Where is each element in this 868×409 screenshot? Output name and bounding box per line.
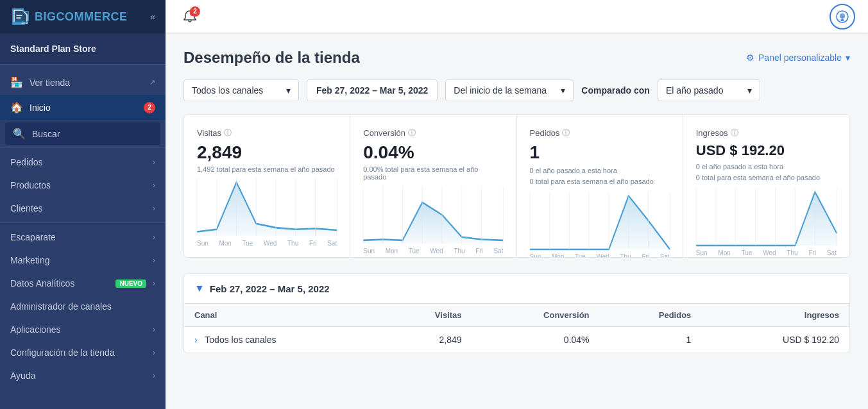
- logo: BIGCOMMERCE: [10, 6, 128, 27]
- col-header-conversion: Conversión: [472, 304, 600, 327]
- chevron-right-icon: ›: [153, 158, 155, 167]
- table-period-label: Feb 27, 2022 – Mar 5, 2022: [210, 283, 330, 294]
- sidebar-item-configuracion[interactable]: Configuración de la tienda ›: [0, 341, 166, 364]
- info-icon-pedidos[interactable]: ⓘ: [562, 128, 570, 138]
- nav-section-orders: Pedidos › Productos › Clientes ›: [0, 147, 166, 222]
- col-header-visitas: Visitas: [381, 304, 472, 327]
- metrics-grid: Visitas ⓘ 2,849 1,492 total para esta se…: [183, 114, 850, 258]
- sidebar-item-clientes[interactable]: Clientes ›: [0, 197, 166, 220]
- cell-canal-value: Todos los canales: [205, 335, 276, 345]
- metric-card-ingresos: Ingresos ⓘ USD $ 192.20 0 el año pasado …: [683, 115, 849, 257]
- chevron-right-icon: ›: [153, 256, 155, 265]
- customize-panel-button[interactable]: ⚙ Panel personalizable ▾: [746, 53, 850, 63]
- chart-conversion: SunMonTueWedThuFriSat: [363, 186, 503, 244]
- sidebar-item-ayuda[interactable]: Ayuda ›: [0, 364, 166, 387]
- chevron-down-icon: ▾: [286, 85, 291, 96]
- metric-label-ingresos: Ingresos ⓘ: [696, 128, 837, 138]
- metric-card-pedidos: Pedidos ⓘ 1 0 el año pasado a esta hora …: [517, 115, 683, 257]
- sidebar-item-ver-tienda[interactable]: 🏪 Ver tienda ↗: [0, 70, 166, 95]
- chart-ingresos: SunMonTueWedThuFriSat: [696, 188, 837, 246]
- sidebar-item-label: Escaparate: [10, 232, 146, 242]
- info-icon-visitas[interactable]: ⓘ: [224, 128, 232, 138]
- info-icon-ingresos[interactable]: ⓘ: [731, 128, 738, 138]
- collapse-table-icon: ▼: [194, 283, 205, 294]
- sidebar-item-pedidos[interactable]: Pedidos ›: [0, 151, 166, 174]
- notification-button[interactable]: 2: [178, 5, 201, 28]
- chevron-right-icon: ›: [153, 279, 155, 288]
- metric-sub-pedidos-1: 0 el año pasado a esta hora 0 total para…: [530, 165, 670, 187]
- chart-x-labels-pedidos: SunMonTueWedThuFriSat: [530, 253, 670, 258]
- sidebar: BIGCOMMERCE « Standard Plan Store 🏪 Ver …: [0, 0, 166, 409]
- chevron-right-icon: ›: [153, 325, 155, 334]
- search-icon: 🔍: [13, 128, 26, 140]
- col-header-pedidos: Pedidos: [600, 304, 702, 327]
- col-header-ingresos: Ingresos: [701, 304, 849, 327]
- help-button[interactable]: [830, 4, 855, 29]
- info-icon-conversion[interactable]: ⓘ: [408, 128, 416, 138]
- period-filter-dropdown[interactable]: Del inicio de la semana ▾: [445, 79, 574, 101]
- gear-icon: ⚙: [746, 53, 754, 63]
- sidebar-item-label: Aplicaciones: [10, 324, 146, 335]
- sidebar-nav: 🏪 Ver tienda ↗ 🏠 Inicio 2 🔍 Buscar Pedid…: [0, 65, 166, 395]
- sidebar-header: BIGCOMMERCE «: [0, 0, 166, 33]
- customize-panel-label: Panel personalizable: [758, 53, 842, 63]
- date-range-display[interactable]: Feb 27, 2022 – Mar 5, 2022: [307, 79, 438, 101]
- chevron-right-icon: ›: [153, 233, 155, 242]
- col-header-canal: Canal: [184, 304, 381, 327]
- logo-text: BIGCOMMERCE: [35, 10, 128, 24]
- chevron-right-icon: ›: [153, 204, 155, 213]
- sidebar-item-marketing[interactable]: Marketing ›: [0, 249, 166, 272]
- store-icon: 🏪: [10, 76, 23, 88]
- chevron-right-icon: ›: [153, 181, 155, 190]
- comparison-period-dropdown[interactable]: El año pasado ▾: [658, 79, 760, 101]
- compared-with: Comparado con: [581, 85, 650, 96]
- metric-label-visitas: Visitas ⓘ: [197, 128, 337, 138]
- chevron-down-icon: ▾: [846, 53, 850, 63]
- chevron-right-icon: ›: [153, 348, 155, 357]
- chart-visitas: SunMonTueWedThuFriSat: [197, 178, 337, 236]
- performance-table: Canal Visitas Conversión Pedidos Ingreso…: [184, 304, 849, 353]
- performance-table-section: ▼ Feb 27, 2022 – Mar 5, 2022 Canal Visit…: [183, 273, 850, 353]
- page-title: Desempeño de la tienda: [183, 49, 360, 67]
- topbar-right: [830, 4, 855, 29]
- sidebar-item-label: Ver tienda: [30, 78, 143, 88]
- sidebar-item-inicio[interactable]: 🏠 Inicio 2: [0, 95, 166, 120]
- cell-visitas: 2,849: [381, 327, 472, 353]
- metric-label-conversion: Conversión ⓘ: [363, 128, 503, 138]
- chevron-right-icon: ›: [153, 371, 155, 380]
- table-header-row: Canal Visitas Conversión Pedidos Ingreso…: [184, 304, 849, 327]
- metric-value-conversion: 0.04%: [363, 142, 503, 163]
- table-body: › Todos los canales 2,849 0.04% 1 USD $ …: [184, 327, 849, 353]
- cell-ingresos: USD $ 192.20: [701, 327, 849, 353]
- table-period-header[interactable]: ▼ Feb 27, 2022 – Mar 5, 2022: [184, 274, 849, 304]
- metric-value-visitas: 2,849: [197, 142, 337, 163]
- chart-x-labels-ingresos: SunMonTueWedThuFriSat: [696, 249, 837, 256]
- sidebar-item-buscar[interactable]: 🔍 Buscar: [5, 122, 160, 145]
- lightbulb-icon: [836, 10, 849, 23]
- sidebar-item-aplicaciones[interactable]: Aplicaciones ›: [0, 318, 166, 341]
- svg-marker-23: [530, 196, 670, 249]
- topbar: 2: [166, 0, 868, 33]
- collapse-sidebar-button[interactable]: «: [150, 12, 155, 22]
- sidebar-item-label: Marketing: [10, 255, 146, 265]
- expand-row-icon[interactable]: ›: [194, 335, 198, 345]
- new-badge: NUEVO: [115, 280, 146, 288]
- sidebar-item-productos[interactable]: Productos ›: [0, 174, 166, 197]
- sidebar-item-datos-analiticos[interactable]: Datos Analíticos NUEVO ›: [0, 272, 166, 295]
- period-filter-label: Del inicio de la semana: [454, 85, 547, 96]
- page-header: Desempeño de la tienda ⚙ Panel personali…: [183, 49, 850, 67]
- metric-value-pedidos: 1: [530, 142, 670, 163]
- home-icon: 🏠: [10, 101, 23, 113]
- sidebar-item-administrador-canales[interactable]: Administrador de canales: [0, 295, 166, 318]
- channel-filter-dropdown[interactable]: Todos los canales ▾: [183, 79, 299, 101]
- sidebar-item-label: Inicio: [30, 103, 137, 113]
- chart-x-labels-visitas: SunMonTueWedThuFriSat: [197, 240, 337, 247]
- sidebar-item-escaparate[interactable]: Escaparate ›: [0, 226, 166, 249]
- notification-count: 2: [190, 6, 200, 17]
- content-area: Desempeño de la tienda ⚙ Panel personali…: [166, 33, 868, 409]
- metric-card-visitas: Visitas ⓘ 2,849 1,492 total para esta se…: [184, 115, 350, 257]
- sidebar-item-label: Buscar: [32, 129, 153, 139]
- compared-with-label: Comparado con: [581, 85, 650, 96]
- nav-section-store: Escaparate › Marketing › Datos Analítico…: [0, 222, 166, 390]
- notification-badge: 2: [144, 102, 155, 113]
